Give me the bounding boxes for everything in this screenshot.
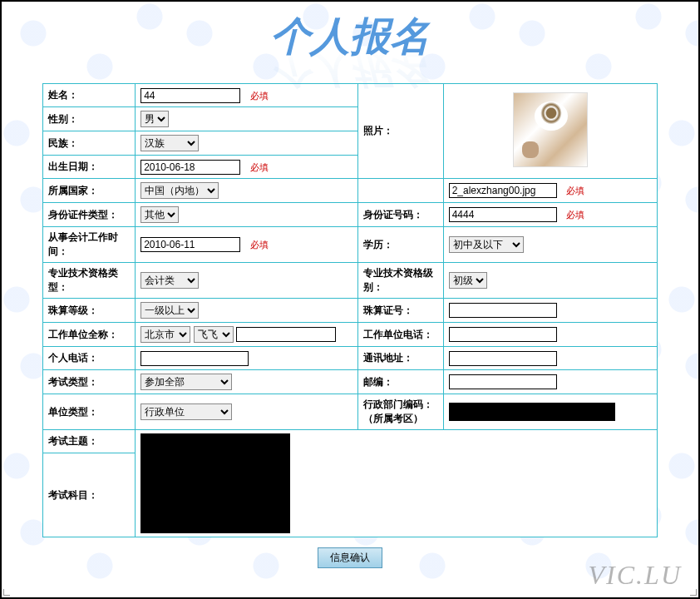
phone-label: 个人电话： xyxy=(43,347,136,370)
idtype-label: 身份证件类型： xyxy=(43,203,136,227)
qualtype-select[interactable]: 会计类 xyxy=(140,272,199,289)
workunit-label: 工作单位全称： xyxy=(43,323,136,347)
required-marker: 必填 xyxy=(250,162,269,172)
examtype-select[interactable]: 参加全部 xyxy=(140,374,232,390)
abacusnum-cell xyxy=(443,299,657,323)
qualtype-label: 专业技术资格类型： xyxy=(43,263,136,299)
workunit-cell: 北京市 飞飞 xyxy=(136,323,358,347)
workphone-input[interactable] xyxy=(449,327,557,342)
address-label: 通讯地址： xyxy=(357,347,443,370)
country-select[interactable]: 中国（内地） xyxy=(140,182,219,199)
corner-br xyxy=(690,589,697,596)
required-marker: 必填 xyxy=(566,210,584,220)
abacusnum-label: 珠算证号： xyxy=(357,299,443,323)
quallevel-label: 专业技术资格级别： xyxy=(357,263,443,299)
workunit-district-select[interactable]: 飞飞 xyxy=(194,326,234,343)
idtype-select[interactable]: 其他 xyxy=(140,206,179,223)
photo-filename-input[interactable] xyxy=(449,183,557,198)
workphone-cell xyxy=(443,323,657,347)
idnum-label: 身份证号码： xyxy=(357,203,443,227)
exam-content-redacted xyxy=(140,433,290,533)
watermark: VIC.LU xyxy=(589,560,682,591)
unittype-cell: 行政单位 xyxy=(136,394,358,430)
examtopic-label: 考试主题： xyxy=(43,430,136,453)
country-cell: 中国（内地） xyxy=(136,179,358,203)
photo-file-label xyxy=(357,179,443,203)
unittype-label: 单位类型： xyxy=(43,394,136,430)
postal-label: 邮编： xyxy=(357,370,443,394)
birthdate-input[interactable] xyxy=(140,160,240,175)
postal-input[interactable] xyxy=(449,374,557,389)
photo-label: 照片： xyxy=(357,84,443,179)
quallevel-select[interactable]: 初级 xyxy=(449,272,487,289)
photo-cell xyxy=(443,84,657,179)
photo-file-cell: 必填 xyxy=(443,179,657,203)
deptcode-cell xyxy=(443,394,657,430)
phone-cell xyxy=(136,347,358,370)
address-input[interactable] xyxy=(449,351,557,366)
workphone-label: 工作单位电话： xyxy=(357,323,443,347)
abacuslevel-label: 珠算等级： xyxy=(43,299,136,323)
phone-input[interactable] xyxy=(140,351,249,366)
gender-select[interactable]: 男 xyxy=(140,111,169,127)
idnum-input[interactable] xyxy=(449,207,557,222)
postal-cell xyxy=(443,370,657,394)
country-label: 所属国家： xyxy=(43,179,136,203)
birthdate-cell: 必填 xyxy=(136,156,358,179)
edu-select[interactable]: 初中及以下 xyxy=(449,236,524,253)
workunit-name-input[interactable] xyxy=(236,327,336,342)
page-title-reflection: 个人报名 xyxy=(2,42,698,96)
registration-form-table: 姓名： 必填 照片： 性别： 男 民族： 汉族 出生日期： 必填 所属国家： 中… xyxy=(42,83,658,537)
workunit-city-select[interactable]: 北京市 xyxy=(140,326,190,343)
edu-label: 学历： xyxy=(357,227,443,263)
worktime-cell: 必填 xyxy=(136,227,358,263)
required-marker: 必填 xyxy=(566,186,584,196)
idnum-cell: 必填 xyxy=(443,203,657,227)
abacuslevel-select[interactable]: 一级以上 xyxy=(140,302,199,319)
ethnicity-cell: 汉族 xyxy=(136,131,358,156)
examtype-label: 考试类型： xyxy=(43,370,136,394)
gender-label: 性别： xyxy=(43,107,136,131)
quallevel-cell: 初级 xyxy=(443,263,657,299)
unittype-select[interactable]: 行政单位 xyxy=(140,403,232,420)
abacusnum-input[interactable] xyxy=(449,303,557,318)
submit-button[interactable]: 信息确认 xyxy=(318,547,382,568)
edu-cell: 初中及以下 xyxy=(443,227,657,263)
corner-bl xyxy=(3,589,10,596)
examtype-cell: 参加全部 xyxy=(136,370,358,394)
ethnicity-label: 民族： xyxy=(43,131,136,156)
required-marker: 必填 xyxy=(250,240,269,250)
deptcode-redacted xyxy=(449,403,615,421)
exam-content-cell xyxy=(136,430,658,537)
idtype-cell: 其他 xyxy=(136,203,358,227)
deptcode-label: 行政部门编码：（所属考区） xyxy=(357,394,443,430)
gender-cell: 男 xyxy=(136,107,358,131)
ethnicity-select[interactable]: 汉族 xyxy=(140,135,199,151)
worktime-label: 从事会计工作时间： xyxy=(43,227,136,263)
worktime-input[interactable] xyxy=(140,237,240,252)
birthdate-label: 出生日期： xyxy=(43,156,136,179)
photo-preview[interactable] xyxy=(513,92,588,167)
abacuslevel-cell: 一级以上 xyxy=(136,299,358,323)
examsubject-label: 考试科目： xyxy=(43,453,136,537)
address-cell xyxy=(443,347,657,370)
qualtype-cell: 会计类 xyxy=(136,263,358,299)
